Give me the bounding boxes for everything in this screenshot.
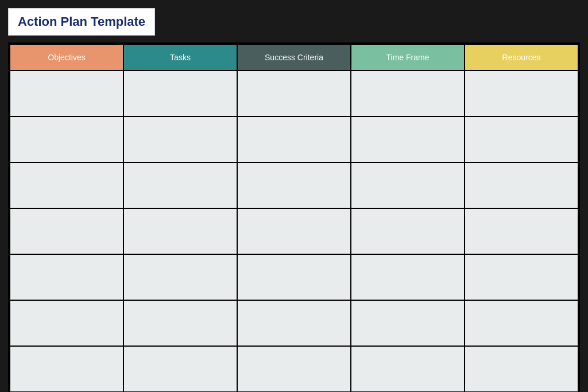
- cell-objectives-3[interactable]: [10, 162, 123, 208]
- table-header-row: Objectives Tasks Success Criteria Time F…: [10, 44, 578, 71]
- cell-resources-7[interactable]: [465, 346, 578, 392]
- cell-objectives-2[interactable]: [10, 117, 123, 162]
- page-container: Action Plan Template Objectives Tasks Su…: [0, 0, 588, 392]
- cell-success-6[interactable]: [237, 300, 351, 346]
- table-row[interactable]: [10, 208, 578, 254]
- table-row[interactable]: [10, 346, 578, 392]
- cell-tasks-7[interactable]: [123, 346, 237, 392]
- cell-resources-5[interactable]: [465, 254, 578, 300]
- cell-resources-3[interactable]: [465, 162, 578, 208]
- cell-resources-6[interactable]: [465, 300, 578, 346]
- cell-success-7[interactable]: [237, 346, 351, 392]
- table-row[interactable]: [10, 71, 578, 117]
- cell-objectives-7[interactable]: [10, 346, 123, 392]
- header-tasks: Tasks: [123, 44, 237, 71]
- cell-timeframe-4[interactable]: [351, 208, 465, 254]
- header-time-frame: Time Frame: [351, 44, 465, 71]
- cell-success-1[interactable]: [237, 71, 351, 117]
- cell-resources-1[interactable]: [465, 71, 578, 117]
- cell-timeframe-2[interactable]: [351, 117, 465, 162]
- cell-resources-2[interactable]: [465, 117, 578, 162]
- cell-success-5[interactable]: [237, 254, 351, 300]
- header-resources: Resources: [465, 44, 578, 71]
- cell-timeframe-5[interactable]: [351, 254, 465, 300]
- cell-tasks-4[interactable]: [123, 208, 237, 254]
- cell-success-2[interactable]: [237, 117, 351, 162]
- header-objectives: Objectives: [10, 44, 123, 71]
- cell-tasks-6[interactable]: [123, 300, 237, 346]
- header-success-criteria: Success Criteria: [237, 44, 351, 71]
- cell-tasks-1[interactable]: [123, 71, 237, 117]
- cell-timeframe-7[interactable]: [351, 346, 465, 392]
- cell-timeframe-1[interactable]: [351, 71, 465, 117]
- cell-success-3[interactable]: [237, 162, 351, 208]
- cell-tasks-5[interactable]: [123, 254, 237, 300]
- cell-timeframe-6[interactable]: [351, 300, 465, 346]
- cell-tasks-2[interactable]: [123, 117, 237, 162]
- table-row[interactable]: [10, 117, 578, 162]
- cell-objectives-6[interactable]: [10, 300, 123, 346]
- cell-objectives-5[interactable]: [10, 254, 123, 300]
- table-wrapper: Objectives Tasks Success Criteria Time F…: [8, 42, 580, 392]
- cell-objectives-4[interactable]: [10, 208, 123, 254]
- page-title: Action Plan Template: [18, 14, 145, 29]
- cell-objectives-1[interactable]: [10, 71, 123, 117]
- cell-success-4[interactable]: [237, 208, 351, 254]
- action-plan-table: Objectives Tasks Success Criteria Time F…: [9, 44, 579, 392]
- cell-resources-4[interactable]: [465, 208, 578, 254]
- table-row[interactable]: [10, 162, 578, 208]
- table-row[interactable]: [10, 300, 578, 346]
- title-box: Action Plan Template: [8, 8, 155, 36]
- cell-tasks-3[interactable]: [123, 162, 237, 208]
- table-row[interactable]: [10, 254, 578, 300]
- cell-timeframe-3[interactable]: [351, 162, 465, 208]
